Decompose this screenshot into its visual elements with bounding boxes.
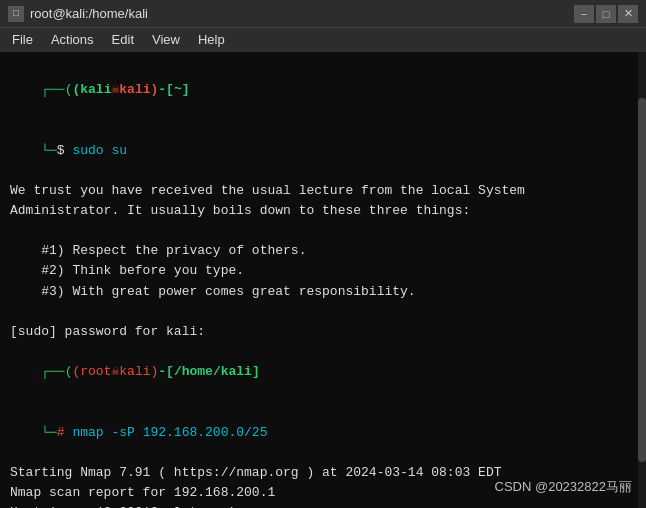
blank-2 xyxy=(10,302,636,322)
titlebar: □ root@kali:/home/kali − □ ✕ xyxy=(0,0,646,28)
titlebar-controls: − □ ✕ xyxy=(574,5,638,23)
bracket1: ┌── xyxy=(41,82,64,97)
scrollbar-thumb[interactable] xyxy=(638,98,646,463)
nmap-line-3: Host is up (0.00012s latency). xyxy=(10,503,636,508)
prompt-line-1: ┌──((kali☠kali)-[~] xyxy=(10,60,636,120)
menu-actions[interactable]: Actions xyxy=(43,30,102,49)
sudo-rule-1: #1) Respect the privacy of others. xyxy=(10,241,636,261)
sudo-lecture-2: Administrator. It usually boils down to … xyxy=(10,201,636,221)
prompt-cmd-2: └─# nmap -sP 192.168.200.0/25 xyxy=(10,402,636,462)
window-icon: □ xyxy=(8,6,24,22)
sudo-rule-3: #3) With great power comes great respons… xyxy=(10,282,636,302)
titlebar-title: root@kali:/home/kali xyxy=(30,6,148,21)
sudo-lecture-1: We trust you have received the usual lec… xyxy=(10,181,636,201)
terminal[interactable]: ┌──((kali☠kali)-[~] └─$ sudo su We trust… xyxy=(0,52,646,508)
scrollbar[interactable] xyxy=(638,52,646,508)
sudo-password: [sudo] password for kali: xyxy=(10,322,636,342)
menu-file[interactable]: File xyxy=(4,30,41,49)
minimize-button[interactable]: − xyxy=(574,5,594,23)
blank-1 xyxy=(10,221,636,241)
menu-help[interactable]: Help xyxy=(190,30,233,49)
close-button[interactable]: ✕ xyxy=(618,5,638,23)
maximize-button[interactable]: □ xyxy=(596,5,616,23)
sudo-rule-2: #2) Think before you type. xyxy=(10,261,636,281)
prompt-cmd-1: └─$ sudo su xyxy=(10,120,636,180)
watermark: CSDN @20232822马丽 xyxy=(495,478,632,496)
menu-view[interactable]: View xyxy=(144,30,188,49)
prompt-line-2: ┌──((root☠kali)-[/home/kali] xyxy=(10,342,636,402)
menu-edit[interactable]: Edit xyxy=(104,30,142,49)
titlebar-left: □ root@kali:/home/kali xyxy=(8,6,148,22)
menubar: File Actions Edit View Help xyxy=(0,28,646,52)
